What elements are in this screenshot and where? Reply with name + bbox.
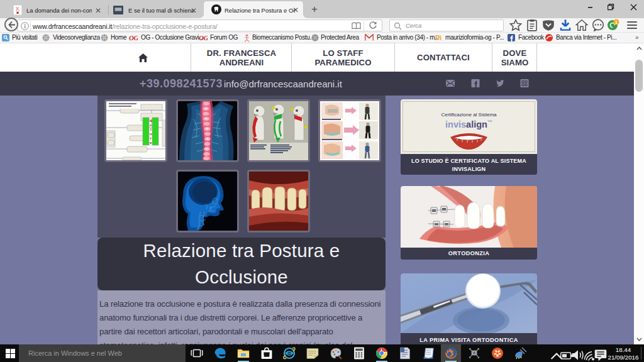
svg-text:Pi: Pi (435, 34, 441, 41)
svg-text:d: d (150, 118, 152, 123)
svg-text:o: o (150, 131, 152, 136)
svg-text:l: l (150, 127, 152, 131)
svg-text:o: o (150, 123, 152, 127)
svg-text:e: e (150, 140, 152, 145)
svg-text:OG: OG (199, 34, 208, 41)
svg-text:1: 1 (615, 20, 618, 25)
svg-text:OG: OG (129, 34, 138, 41)
